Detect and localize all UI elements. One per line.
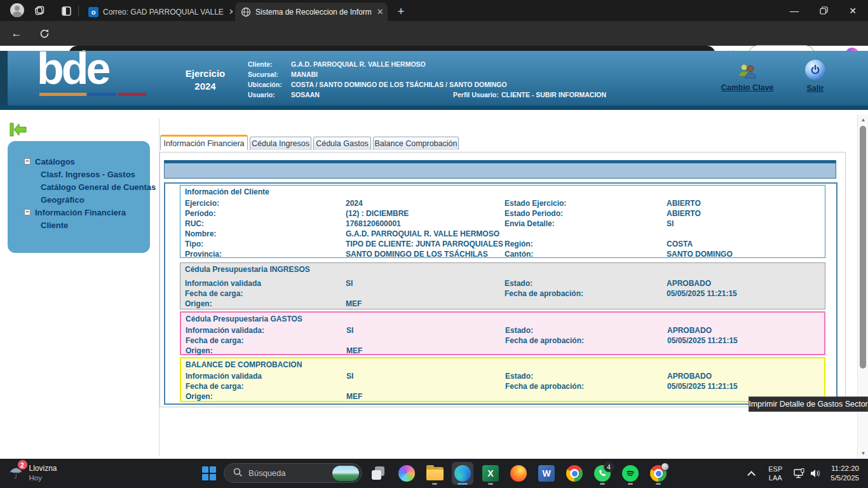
refresh-icon[interactable] [36,26,53,41]
sidebar-item-catalogos[interactable]: − Catálogos [8,155,150,168]
volume-icon[interactable] [808,468,824,478]
collapse-node-icon[interactable]: − [24,209,31,215]
outlook-icon: o [88,7,98,17]
info-row: Información validada:SI Estado:APROBADO [186,325,824,336]
header-left-strip [0,51,8,105]
panel-title: BALANCE DE COMPROBACION [186,360,824,370]
browser-tab-site[interactable]: Sistema de Recoleccion de Inform ✕ [235,3,388,21]
task-view-button[interactable] [368,462,390,485]
tray-chevron-icon[interactable] [743,470,759,478]
balance-comprobacion-panel: BALANCE DE COMPROBACION Información vali… [180,357,825,402]
sidebar-item-clasf-ingresos-gastos[interactable]: Clasf. Ingresos - Gastos [8,168,150,180]
panel-title: Información del Cliente [185,187,825,197]
power-icon [805,60,825,80]
info-row: Fecha de carga: Fecha de aprobación:05/0… [186,381,824,391]
ejercicio-label: Ejercicio [178,67,233,80]
chrome-icon [566,465,583,482]
chrome-profile-button[interactable] [648,462,669,485]
word-button[interactable]: W [536,462,557,485]
browser-tab-mail-title: Correo: GAD PARROQUIAL VALLE [103,8,224,17]
folder-icon [426,467,444,480]
tray-time: 11:22:20 [831,464,859,473]
ejercicio-block: Ejercicio 2024 [178,67,233,93]
scroll-up-icon[interactable]: ▲ [858,117,868,123]
close-tab-icon[interactable]: ✕ [224,7,233,17]
firefox-icon [510,465,527,482]
info-row: Fecha de carga: Fecha de aprobación:05/0… [186,336,824,346]
info-row: RUC:1768120600001 Envia Detalle:SI [185,219,825,229]
perfil-value: CLIENTE - SUBIR INFORMACION [501,91,606,98]
perfil-label: Perfil Usuario: [453,91,499,98]
sucursal-label: Sucursal: [248,71,278,78]
info-row: Información validadaSI Estado:APROBADO [185,278,825,288]
chrome-icon [650,465,667,482]
browser-titlebar: o Correo: GAD PARROQUIAL VALLE ✕ Sistema… [0,0,868,21]
panel-title: Cédula Presupuestaria INGRESOS [185,264,825,274]
scrollbar-thumb[interactable] [860,126,866,369]
sidebar: − Catálogos Clasf. Ingresos - Gastos Cat… [8,141,150,253]
copilot-icon [398,465,415,482]
tab-actions-icon[interactable] [58,3,74,18]
chrome-button[interactable] [564,462,585,485]
scroll-down-icon[interactable]: ▼ [858,451,868,456]
workspaces-icon[interactable] [32,3,47,18]
task-view-icon [372,466,386,480]
close-tab-icon[interactable]: ✕ [372,7,384,17]
network-icon[interactable] [791,468,808,479]
search-placeholder: Búsqueda [248,468,286,478]
tab-cedula-gastos[interactable]: Cédula Gastos [313,137,371,150]
collapse-node-icon[interactable]: − [24,158,31,165]
info-row: Origen:MEF [185,299,825,309]
spotify-button[interactable] [620,462,641,485]
tooltip: Imprimir Detalle de Gastos Sector [749,396,868,412]
info-row: Origen:MEF [186,391,824,402]
info-row: Nombre:G.A.D. PARROQUIAL R. VALLE HERMOS… [185,229,825,239]
minimize-button[interactable]: — [780,0,808,21]
whatsapp-button[interactable]: 4 [592,462,613,485]
file-explorer-button[interactable] [424,462,445,485]
info-row: Fecha de carga: Fecha de aprobación:05/0… [185,288,825,299]
cedula-gastos-panel: Cédula Presupuestaria GASTOS Información… [180,311,825,355]
language-indicator[interactable]: ESP LAA [768,464,782,482]
tab-balance-comprobacion[interactable]: Balance Comprobación [373,137,459,150]
back-icon[interactable]: ← [8,26,25,41]
browser-toolbar: ← https://consulta.bde.fin.ec/WebSim/Log… [0,21,868,46]
close-window-button[interactable]: ✕ [839,0,867,21]
sucursal-value: MANABI [291,71,318,78]
info-row: Ejercicio:2024 Estado Ejercicio:ABIERTO [185,198,825,208]
edge-button[interactable] [452,462,473,485]
excel-button[interactable]: X [480,462,501,485]
sidebar-item-informacion-financiera[interactable]: − Información Financiera [8,206,150,219]
weather-day: Hoy [29,473,57,483]
new-tab-button[interactable]: + [393,4,409,19]
info-row: Provincia:SANTO DOMINGO DE LOS TSÁCHILAS… [185,249,825,259]
collapse-menu-icon[interactable] [10,123,27,137]
sidebar-item-cliente[interactable]: Cliente [8,219,150,231]
info-row: Origen:MEF [186,346,824,356]
weather-badge: 2 [17,459,28,470]
search-daily-image[interactable] [332,466,359,481]
site-header: bde Ejercicio 2024 Cliente: G.A.D. PARRO… [0,51,868,110]
whatsapp-badge: 4 [604,462,614,472]
firefox-button[interactable] [508,462,529,485]
panel-title: Cédula Presupuestaria GASTOS [186,314,824,324]
start-button[interactable] [202,466,216,480]
word-icon: W [538,465,555,482]
browser-profile-button[interactable] [10,3,24,17]
client-info-panel: Información del Cliente Ejercicio:2024 E… [180,185,825,258]
edge-icon [454,465,471,482]
browser-tab-mail[interactable]: o Correo: GAD PARROQUIAL VALLE ✕ [83,3,233,21]
search-icon [233,468,242,479]
tab-informacion-financiera[interactable]: Información Financiera [160,135,248,150]
clock[interactable]: 11:22:20 5/5/2025 [831,464,859,483]
copilot-taskbar-button[interactable] [396,462,417,485]
weather-widget[interactable]: ☂ 2 Llovizna Hoy [9,459,57,488]
taskbar-search[interactable]: Búsqueda [224,463,362,483]
sidebar-item-catalogo-general-cuentas[interactable]: Catálogo General de Cuentas [8,180,150,193]
restore-button[interactable] [810,0,837,21]
salir-link[interactable]: Salir [806,84,824,93]
sidebar-item-geografico[interactable]: Geográfico [8,193,150,206]
tab-cedula-ingresos[interactable]: Cédula Ingresos [250,137,311,150]
info-row: Información validadaSI Estado:APROBADO [186,371,824,381]
cambio-clave-link[interactable]: Cambio Clave [721,83,774,92]
